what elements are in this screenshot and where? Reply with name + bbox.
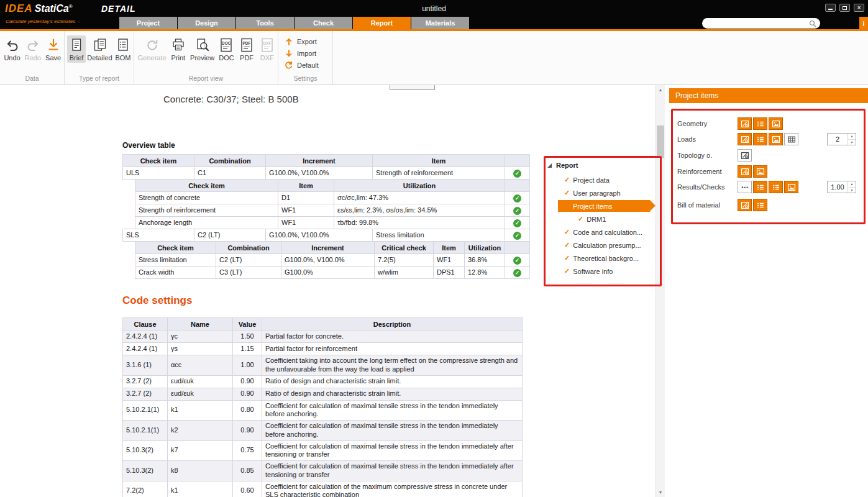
reinforcement-image-toggle[interactable]: [753, 165, 767, 178]
tree-item-report[interactable]: Report: [545, 157, 656, 173]
default-icon: [285, 61, 293, 70]
loads-drawing-toggle[interactable]: [738, 133, 752, 145]
undo-button[interactable]: Undo: [2, 35, 22, 63]
spin-up-button[interactable]: ▲: [848, 181, 856, 187]
results-checks-image-toggle[interactable]: [784, 181, 798, 193]
tree-item-project-items[interactable]: Project items: [545, 199, 656, 212]
geometry-image-toggle[interactable]: [769, 117, 783, 130]
preview-button[interactable]: Preview: [189, 35, 216, 63]
value-input[interactable]: [828, 181, 847, 193]
geometry-drawing-toggle[interactable]: [738, 117, 752, 130]
bill-of-material-drawing-toggle[interactable]: [738, 199, 752, 211]
tab-project[interactable]: Project: [119, 17, 177, 29]
export-button[interactable]: Export: [285, 37, 332, 46]
loads-table-toggle[interactable]: [784, 133, 798, 145]
spin-up-button[interactable]: ▲: [848, 134, 856, 139]
checkbox-checked-icon[interactable]: ✓: [564, 176, 570, 184]
tree-item-theoretical-backgro[interactable]: ✓Theoretical backgro...: [545, 252, 656, 265]
table-header-cell: Description: [262, 318, 523, 331]
tree-item-software-info[interactable]: ✓Software info: [545, 265, 656, 278]
tree-item-label: Project items: [573, 203, 613, 210]
detailed-button[interactable]: Detailed: [87, 35, 112, 63]
bill-of-material-list-toggle[interactable]: [753, 199, 767, 211]
property-label: Results/Checks: [677, 183, 724, 191]
minimize-button[interactable]: [825, 4, 836, 12]
search-box[interactable]: [702, 18, 820, 29]
svg-text:DOC: DOC: [222, 40, 231, 45]
checkbox-checked-icon[interactable]: ✓: [564, 254, 570, 262]
scrollbar-up-button[interactable]: ▲: [656, 85, 665, 94]
checkbox-checked-icon[interactable]: ✓: [578, 215, 583, 223]
topology-o-drawing-toggle[interactable]: [738, 149, 752, 162]
table-header-cell: Item: [278, 180, 334, 192]
table-cell: 0.90: [233, 375, 262, 388]
bom-button[interactable]: BOM: [114, 35, 132, 63]
reinforcement-drawing-toggle[interactable]: [738, 165, 752, 178]
save-button[interactable]: Save: [43, 35, 63, 63]
table-row: 2.4.2.4 (1)γs1.15Partial factor for rein…: [123, 343, 523, 355]
generate-button[interactable]: Generate: [137, 35, 167, 63]
spin-down-button[interactable]: ▼: [848, 139, 856, 145]
tab-check[interactable]: Check: [295, 17, 352, 29]
main-scrollbar[interactable]: ▲ ▼: [656, 85, 665, 497]
checkbox-checked-icon[interactable]: ✓: [564, 241, 570, 249]
tree-item-calculation-presump[interactable]: ✓Calculation presump...: [545, 239, 656, 252]
scrollbar-down-button[interactable]: ▼: [656, 488, 665, 497]
selected-tree-item-banner[interactable]: Project items: [558, 200, 650, 212]
print-button[interactable]: Print: [168, 35, 188, 63]
property-row-geometry: Geometry: [677, 117, 863, 130]
import-button[interactable]: Import: [285, 49, 332, 58]
tab-report[interactable]: Report: [353, 17, 411, 29]
results-checks-list-toggle[interactable]: [753, 181, 767, 193]
ribbon-group-label: Data: [0, 75, 64, 82]
close-icon: ✕: [854, 4, 864, 11]
tab-design[interactable]: Design: [178, 17, 235, 29]
checkbox-checked-icon[interactable]: ✓: [564, 228, 570, 236]
results-checks-list-toggle[interactable]: [769, 181, 783, 193]
table-cell: 5.10.3(2): [123, 461, 168, 481]
preview-icon: [194, 37, 211, 53]
tree-item-drm1[interactable]: ✓DRM1: [545, 212, 656, 226]
table-cell: 36.8%: [465, 254, 505, 267]
tab-materials[interactable]: Materials: [411, 17, 469, 29]
doc-button[interactable]: DOCDOC: [217, 35, 236, 63]
tree-item-project-data[interactable]: ✓Project data: [545, 173, 656, 186]
loads-image-toggle[interactable]: [769, 133, 783, 145]
search-input[interactable]: [706, 20, 809, 27]
table-header-cell: Item: [434, 242, 465, 254]
dxf-button[interactable]: DXFDXF: [257, 35, 276, 63]
table-cell: εud/εuk: [168, 375, 233, 388]
brief-button[interactable]: Brief: [67, 35, 86, 63]
redo-button[interactable]: Redo: [23, 35, 42, 63]
brief-report-icon: [68, 37, 85, 53]
pdf-button[interactable]: PDFPDF: [237, 35, 257, 63]
report-table: Check itemCombinationIncrementItemULSC1G…: [122, 154, 530, 180]
value-input[interactable]: [828, 134, 847, 145]
results-checks-value-input[interactable]: ▲▼: [827, 181, 856, 193]
geometry-list-toggle[interactable]: [753, 117, 767, 130]
results-checks-line-toggle[interactable]: [738, 181, 752, 193]
spin-down-button[interactable]: ▼: [848, 187, 856, 193]
default-button[interactable]: Default: [285, 61, 332, 70]
overview-table-title: Overview table: [122, 141, 175, 150]
close-button[interactable]: ✕: [854, 4, 864, 12]
svg-text:PDF: PDF: [243, 40, 251, 45]
table-cell: 1.50: [233, 331, 262, 343]
tree-expander-icon[interactable]: [547, 163, 552, 168]
loads-value-input[interactable]: ▲▼: [827, 133, 856, 145]
table-cell: 2.4.2.4 (1): [123, 331, 168, 343]
table-cell: WF1: [434, 254, 465, 267]
checkbox-checked-icon[interactable]: ✓: [564, 189, 570, 197]
tree-item-user-paragraph[interactable]: ✓User paragraph: [545, 186, 656, 199]
table-row: SLSC2 (LT)G100.0%, V100.0%Stress limitat…: [123, 229, 530, 242]
scrollbar-thumb[interactable]: [657, 125, 664, 158]
tab-tools[interactable]: Tools: [236, 17, 294, 29]
checkbox-checked-icon[interactable]: ✓: [564, 267, 570, 275]
tree-item-label: Project data: [573, 176, 610, 184]
loads-list-toggle[interactable]: [753, 133, 767, 145]
table-cell: C1: [194, 167, 266, 180]
app-mode-label: DETAIL: [101, 4, 136, 14]
restore-button[interactable]: [839, 4, 850, 12]
table-cell: 0.90: [233, 388, 262, 400]
tree-item-code-and-calculation[interactable]: ✓Code and calculation...: [545, 226, 656, 239]
